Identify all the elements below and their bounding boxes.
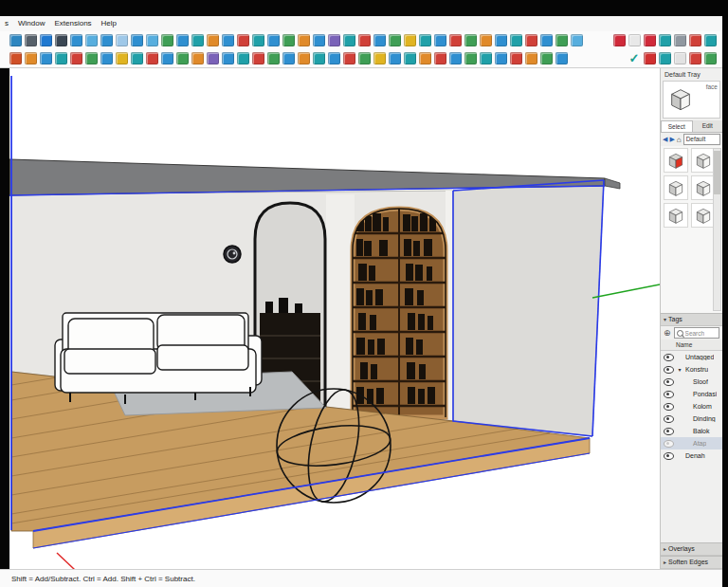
toolbar-icon[interactable] xyxy=(674,52,686,64)
toolbar-icon[interactable] xyxy=(55,34,67,46)
tab-edit[interactable]: Edit xyxy=(693,120,723,132)
toolbar-icon[interactable] xyxy=(449,34,462,46)
toolbar-icon[interactable] xyxy=(207,34,219,46)
tag-row-dinding[interactable]: Dinding xyxy=(661,413,722,425)
toolbar-icon[interactable] xyxy=(161,34,173,46)
toolbar-icon[interactable] xyxy=(404,52,416,64)
toolbar-icon[interactable] xyxy=(571,34,583,46)
expander-icon[interactable]: ▾ xyxy=(677,366,682,373)
toolbar-icon[interactable] xyxy=(434,34,446,46)
sofa[interactable] xyxy=(55,313,262,404)
component-thumbnail[interactable] xyxy=(664,148,688,173)
visibility-eye-icon[interactable] xyxy=(664,415,674,423)
toolbar-icon[interactable] xyxy=(207,52,219,64)
toolbar-icon[interactable] xyxy=(40,52,52,64)
toolbar-icon[interactable] xyxy=(555,34,568,46)
toolbar-icon[interactable] xyxy=(659,52,671,64)
toolbar-icon[interactable] xyxy=(9,34,22,46)
toolbar-icon[interactable] xyxy=(480,34,492,46)
toolbar-icon[interactable] xyxy=(419,34,431,46)
toolbar-icon[interactable] xyxy=(298,34,310,46)
toolbar-icon[interactable] xyxy=(404,34,416,46)
bookshelf-arch[interactable] xyxy=(353,209,446,417)
toolbar-icon[interactable] xyxy=(282,34,295,46)
toolbar-icon[interactable] xyxy=(85,52,98,64)
toolbar-icon[interactable] xyxy=(100,34,113,46)
tags-section-header[interactable]: ▾ Tags xyxy=(661,313,722,326)
toolbar-icon[interactable] xyxy=(131,52,143,64)
toolbar-icon[interactable] xyxy=(222,52,234,64)
visibility-eye-icon[interactable] xyxy=(664,452,674,460)
toolbar-icon[interactable] xyxy=(419,52,431,64)
toolbar-icon[interactable] xyxy=(449,52,462,64)
toolbar-icon[interactable] xyxy=(131,34,143,46)
add-tag-icon[interactable]: ⊕ xyxy=(664,326,671,339)
menu-item-s[interactable]: s xyxy=(0,16,13,31)
toolbar-icon[interactable] xyxy=(25,34,37,46)
component-thumbnail[interactable] xyxy=(664,175,688,200)
tag-row-konstru[interactable]: ▾Konstru xyxy=(661,363,722,376)
3d-viewport[interactable] xyxy=(9,68,660,569)
toolbar-icon[interactable] xyxy=(298,52,310,64)
toolbar-icon[interactable] xyxy=(464,34,477,46)
toolbar-icon[interactable] xyxy=(674,34,686,46)
toolbar-icon[interactable]: ✓ xyxy=(628,52,641,64)
toolbar-icon[interactable] xyxy=(389,52,401,64)
toolbar-icon[interactable] xyxy=(358,34,371,46)
toolbar-icon[interactable] xyxy=(510,34,522,46)
toolbar-icon[interactable] xyxy=(176,52,189,64)
toolbar-icon[interactable] xyxy=(434,52,446,64)
toolbar-icon[interactable] xyxy=(40,34,52,46)
toolbar-icon[interactable] xyxy=(25,52,37,64)
tag-search-input[interactable]: Search xyxy=(674,327,719,339)
toolbar-icon[interactable] xyxy=(267,34,280,46)
menu-item-extensions[interactable]: Extensions xyxy=(49,16,96,31)
toolbar-icon[interactable] xyxy=(237,52,249,64)
toolbar-icon[interactable] xyxy=(100,52,113,64)
visibility-eye-icon[interactable] xyxy=(664,428,674,435)
visibility-eye-icon[interactable] xyxy=(664,354,674,361)
toolbar-icon[interactable] xyxy=(328,52,340,64)
toolbar-icon[interactable] xyxy=(689,34,701,46)
back-arrow-icon[interactable]: ◀ xyxy=(663,136,667,143)
menu-item-window[interactable]: Window xyxy=(13,16,49,31)
toolbar-icon[interactable] xyxy=(555,52,568,64)
toolbar-icon[interactable] xyxy=(510,52,522,64)
tag-row-pondasi[interactable]: Pondasi xyxy=(661,388,722,400)
toolbar-icon[interactable] xyxy=(252,34,264,46)
toolbar-icon[interactable] xyxy=(85,34,98,46)
toolbar-icon[interactable] xyxy=(525,34,537,46)
toolbar-icon[interactable] xyxy=(358,52,371,64)
toolbar-icon[interactable] xyxy=(644,34,656,46)
tag-row-atap[interactable]: Atap xyxy=(661,437,722,449)
toolbar-icon[interactable] xyxy=(328,34,340,46)
scrollbar-thumb[interactable] xyxy=(714,151,720,194)
toolbar-icon[interactable] xyxy=(495,52,507,64)
toolbar-icon[interactable] xyxy=(613,34,626,46)
toolbar-icon[interactable] xyxy=(282,52,295,64)
wall-clock[interactable] xyxy=(224,246,241,263)
toolbar-icon[interactable] xyxy=(704,34,717,46)
tags-name-column-header[interactable]: Name xyxy=(661,339,722,351)
toolbar-icon[interactable] xyxy=(191,34,204,46)
toolbar-icon[interactable] xyxy=(628,34,641,46)
tag-row-kolom[interactable]: Kolom xyxy=(661,400,722,413)
toolbar-icon[interactable] xyxy=(373,52,386,64)
toolbar-icon[interactable] xyxy=(525,52,537,64)
right-wall[interactable] xyxy=(453,180,604,436)
toolbar-icon[interactable] xyxy=(704,52,717,64)
visibility-eye-icon[interactable] xyxy=(664,366,674,374)
toolbar-icon[interactable] xyxy=(313,34,325,46)
forward-arrow-icon[interactable]: ▶ xyxy=(669,136,674,143)
tag-row-untagged[interactable]: Untagged xyxy=(661,351,722,363)
toolbar-icon[interactable] xyxy=(267,52,280,64)
model-canvas[interactable] xyxy=(9,68,660,569)
toolbar-icon[interactable] xyxy=(343,34,355,46)
visibility-eye-icon[interactable] xyxy=(664,378,674,386)
soften-edges-section-header[interactable]: ▸ Soften Edges xyxy=(661,556,722,569)
toolbar-icon[interactable] xyxy=(191,52,204,64)
toolbar-icon[interactable] xyxy=(222,34,234,46)
tag-row-sloof[interactable]: Sloof xyxy=(661,376,722,388)
toolbar-icon[interactable] xyxy=(176,34,189,46)
toolbar-icon[interactable] xyxy=(480,52,492,64)
